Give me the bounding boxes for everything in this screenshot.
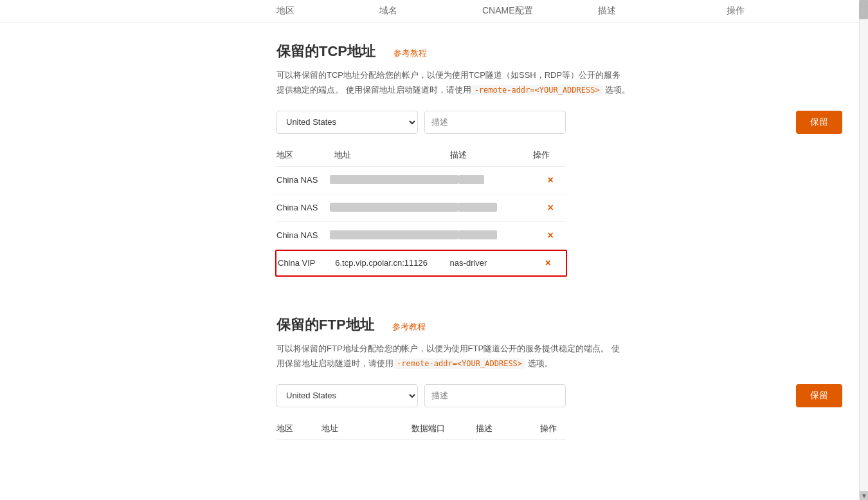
tcp-row2-op: × (535, 202, 566, 214)
tcp-th-desc: 描述 (450, 149, 533, 161)
header-col-desc: 描述 (598, 5, 727, 17)
tcp-table-header: 地区 地址 描述 操作 (276, 144, 566, 167)
tcp-row1-addr (330, 175, 458, 185)
tcp-table: 地区 地址 描述 操作 China NAS × (276, 144, 566, 277)
tcp-row3-addr (330, 230, 458, 240)
scrollbar[interactable]: ▲ ▼ (859, 0, 868, 500)
tcp-section: 保留的TCP地址 参考教程 可以将保留的TCP地址分配给您的帐户，以便为使用TC… (0, 23, 868, 296)
header-col-cname: CNAME配置 (482, 5, 598, 17)
tcp-row1-desc (458, 175, 535, 185)
tcp-row1-op: × (535, 174, 566, 186)
tcp-row3-desc (458, 230, 535, 240)
tcp-th-region: 地区 (276, 149, 334, 161)
ftp-save-button[interactable]: 保留 (796, 384, 842, 407)
table-row: China NAS × (276, 167, 566, 194)
header-col-op: 操作 (727, 5, 791, 17)
tcp-form-row: United States China NAS China VIP 保留 (276, 111, 868, 134)
ftp-table-header: 地区 地址 数据端口 描述 操作 (276, 418, 566, 440)
ftp-inline-code: -remote-addr=<YOUR_ADDRESS> (393, 358, 525, 369)
ftp-th-op: 操作 (540, 423, 566, 434)
tcp-row3-region: China NAS (276, 230, 330, 240)
ftp-desc-input[interactable] (424, 384, 566, 407)
table-row-highlighted: China VIP 6.tcp.vip.cpolar.cn:11126 nas-… (275, 250, 567, 277)
tcp-section-title: 保留的TCP地址 (276, 42, 375, 61)
tcp-row2-region: China NAS (276, 203, 330, 212)
ftp-table: 地区 地址 数据端口 描述 操作 (276, 418, 566, 440)
ftp-section-title: 保留的FTP地址 (276, 315, 374, 335)
tcp-row3-delete-icon[interactable]: × (548, 230, 554, 241)
tcp-save-button[interactable]: 保留 (796, 111, 842, 134)
tcp-th-op: 操作 (533, 149, 566, 161)
tcp-row1-delete-icon[interactable]: × (548, 174, 554, 185)
tcp-row4-region: China VIP (278, 258, 335, 268)
table-row: China NAS × (276, 222, 566, 250)
ftp-section: 保留的FTP地址 参考教程 可以将保留的FTP地址分配给您的帐户，以便为使用FT… (0, 296, 868, 459)
ftp-th-desc: 描述 (476, 423, 540, 434)
tcp-inline-code: -remote-addr=<YOUR_ADDRESS> (471, 85, 603, 95)
tcp-row1-region: China NAS (276, 175, 330, 185)
ftp-th-region: 地区 (276, 423, 321, 434)
ftp-region-select[interactable]: United States China NAS China VIP (276, 384, 418, 407)
tcp-row4-op: × (532, 257, 565, 269)
table-row: China NAS × (276, 194, 566, 222)
tcp-row3-op: × (535, 230, 566, 241)
scrollbar-arrow-down[interactable]: ▼ (860, 491, 868, 500)
tcp-row2-addr (330, 203, 458, 212)
tcp-row2-desc (458, 203, 535, 212)
ftp-form-row: United States China NAS China VIP 保留 (276, 384, 868, 407)
tcp-ref-link[interactable]: 参考教程 (393, 48, 427, 59)
tcp-region-select[interactable]: United States China NAS China VIP (276, 111, 418, 134)
header-col-region: 地区 (276, 5, 379, 17)
tcp-row4-desc: nas-driver (450, 258, 532, 268)
tcp-row4-delete-icon[interactable]: × (545, 257, 551, 268)
ftp-th-addr: 地址 (321, 423, 411, 434)
header-col-domain: 域名 (379, 5, 482, 17)
tcp-row2-delete-icon[interactable]: × (548, 202, 554, 213)
tcp-row4-addr: 6.tcp.vip.cpolar.cn:11126 (335, 258, 449, 268)
tcp-desc-input[interactable] (424, 111, 566, 134)
ftp-ref-link[interactable]: 参考教程 (392, 321, 426, 333)
ftp-th-data-port: 数据端口 (411, 423, 476, 434)
tcp-section-desc: 可以将保留的TCP地址分配给您的帐户，以便为使用TCP隧道（如SSH，RDP等）… (276, 68, 714, 98)
ftp-section-desc: 可以将保留的FTP地址分配给您的帐户，以便为使用FTP隧道公开的服务提供稳定的端… (276, 341, 714, 371)
scrollbar-thumb[interactable] (859, 0, 868, 19)
tcp-th-addr: 地址 (334, 149, 450, 161)
